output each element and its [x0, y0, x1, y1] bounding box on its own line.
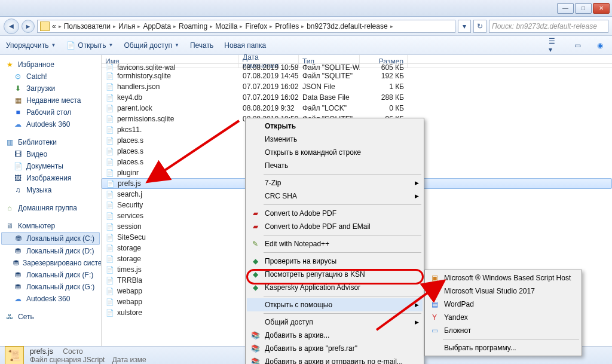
view-options-button[interactable]: ☰ ▾ — [549, 39, 561, 51]
sidebar-item-pictures[interactable]: 🖼Изображения — [0, 172, 101, 184]
sidebar-item-catch[interactable]: ⊙Catch! — [0, 71, 101, 82]
sidebar-item-drive-f[interactable]: ⛃Локальный диск (F:) — [0, 269, 101, 281]
sidebar-homegroup-head[interactable]: ⌂Домашняя группа — [0, 202, 101, 214]
file-name: key4.db — [117, 93, 142, 102]
minimize-button[interactable]: — — [557, 3, 574, 14]
file-row[interactable]: 📄favicons.sqlite-wal08.08.2019 10:58Файл… — [102, 63, 612, 71]
drive-icon: ⛃ — [13, 270, 23, 280]
file-name: pluginr — [117, 169, 139, 177]
sub-notepad[interactable]: ▭Блокнот — [426, 324, 580, 337]
autodesk-icon: ☁ — [13, 294, 23, 304]
bc-users[interactable]: Пользователи — [64, 22, 111, 30]
details-filename: prefs.js — [30, 347, 53, 356]
ctx-7zip[interactable]: 7-Zip▶ — [247, 176, 423, 189]
sidebar-item-autodesk[interactable]: ☁Autodesk 360 — [0, 118, 101, 130]
sidebar-item-documents[interactable]: 📄Документы — [0, 160, 101, 172]
sub-wsh[interactable]: ▣Microsoft ® Windows Based Script Host — [426, 271, 580, 285]
sidebar-item-downloads[interactable]: ⬇Загрузки — [0, 82, 101, 94]
ctx-rar2[interactable]: 📚Добавить в архив "prefs.rar" — [247, 342, 423, 355]
file-name: formhistory.sqlite — [117, 72, 171, 80]
file-size: 1 КБ — [360, 82, 408, 91]
sidebar-item-drive-g[interactable]: ⛃Локальный диск (G:) — [0, 281, 101, 293]
ctx-edit[interactable]: Изменить — [247, 133, 423, 146]
bc-firefox[interactable]: Firefox — [245, 22, 267, 30]
details-filetype: Файл сценария JScript — [30, 356, 105, 364]
preview-pane-button[interactable]: ▭ — [571, 39, 583, 51]
back-button[interactable]: ◄ — [4, 19, 19, 34]
details-date-label: Дата изме — [112, 356, 146, 364]
ctx-adobe2[interactable]: ▰Convert to Adobe PDF and EMail — [247, 220, 423, 233]
ctx-rar1[interactable]: 📚Добавить в архив... — [247, 329, 423, 342]
sub-vs[interactable]: ◈Microsoft Visual Studio 2017 — [426, 285, 580, 298]
open-with-submenu: ▣Microsoft ® Windows Based Script Host ◈… — [424, 270, 582, 356]
documents-icon: 📄 — [13, 161, 23, 171]
file-name: places.s — [117, 158, 143, 166]
file-size: 288 КБ — [360, 93, 408, 102]
sidebar-item-autodesk2[interactable]: ☁Autodesk 360 — [0, 293, 101, 305]
sidebar-network-head[interactable]: 🖧Сеть — [0, 311, 101, 323]
downloads-icon: ⬇ — [13, 84, 23, 93]
sub-yandex[interactable]: YYandex — [426, 311, 580, 324]
file-row[interactable]: 📄formhistory.sqlite07.08.2019 14:45Файл … — [102, 71, 612, 81]
sidebar-favorites-head[interactable]: ★Избранное — [0, 59, 101, 71]
close-button[interactable]: ✕ — [593, 3, 610, 14]
ctx-rar3[interactable]: 📚Добавить в архив и отправить по e-mail.… — [247, 355, 423, 364]
file-row[interactable]: 📄handlers.json07.07.2019 16:02JSON File1… — [102, 81, 612, 92]
organize-button[interactable]: Упорядочить▼ — [6, 41, 56, 50]
sidebar-libraries-head[interactable]: ▥Библиотеки — [0, 136, 101, 148]
breadcrumb[interactable]: «▸ Пользователи▸ Илья▸ AppData▸ Roaming▸… — [37, 20, 455, 33]
print-button[interactable]: Печать — [190, 41, 213, 50]
sub-choose[interactable]: Выбрать программу... — [426, 341, 580, 354]
sidebar-item-drive-c[interactable]: ⛃Локальный диск (C:) — [1, 232, 100, 245]
bc-roaming[interactable]: Roaming — [179, 22, 207, 30]
bc-mozilla[interactable]: Mozilla — [215, 22, 237, 30]
bc-root[interactable]: « — [52, 22, 56, 30]
catch-icon: ⊙ — [13, 72, 23, 81]
sidebar-item-drive-d[interactable]: ⛃Локальный диск (D:) — [0, 245, 101, 257]
file-row[interactable]: 📄key4.db07.07.2019 16:02Data Base File28… — [102, 92, 612, 103]
bc-user[interactable]: Илья — [118, 22, 135, 30]
ctx-open-with[interactable]: Открыть с помощью▶ — [247, 298, 423, 311]
ctx-print[interactable]: Печать — [247, 159, 423, 172]
file-date: 08.08.2019 10:58 — [239, 63, 299, 71]
ctx-npp[interactable]: ✎Edit with Notepad++ — [247, 237, 423, 250]
share-button[interactable]: Общий доступ▼ — [124, 41, 179, 50]
ctx-adobe1[interactable]: ▰Convert to Adobe PDF — [247, 207, 423, 220]
file-size: 605 КБ — [360, 63, 408, 71]
file-icon: 📄 — [105, 233, 115, 242]
file-name: favicons.sqlite-wal — [117, 63, 175, 71]
file-icon: 📄 — [105, 200, 115, 210]
help-button[interactable]: ◉ — [594, 39, 606, 51]
refresh-button[interactable]: ↻ — [473, 20, 486, 33]
bc-profiles[interactable]: Profiles — [275, 22, 299, 30]
ctx-crc[interactable]: CRC SHA▶ — [247, 189, 423, 203]
ctx-share[interactable]: Общий доступ▶ — [247, 316, 423, 329]
file-date: 07.07.2019 16:02 — [239, 82, 299, 91]
ctx-kav3[interactable]: ◆Kaspersky Application Advisor — [247, 281, 423, 294]
sidebar-item-videos[interactable]: 🎞Видео — [0, 148, 101, 160]
file-name: storage — [117, 255, 141, 263]
sub-wordpad[interactable]: ▤WordPad — [426, 298, 580, 311]
ctx-open[interactable]: Открыть — [247, 120, 423, 133]
forward-button[interactable]: ► — [22, 20, 35, 33]
open-button[interactable]: 📄Открыть▼ — [66, 41, 113, 50]
search-input[interactable]: Поиск: bn9273dz.default-release — [489, 20, 608, 33]
sidebar-item-reserved[interactable]: ⛃Зарезервировано системой — [0, 257, 101, 269]
file-name: places.s — [117, 136, 143, 145]
ctx-cmd[interactable]: Открыть в командной строке — [247, 146, 423, 159]
pictures-icon: 🖼 — [13, 173, 23, 183]
sidebar-computer-head[interactable]: 🖥Компьютер — [0, 220, 101, 232]
breadcrumb-dropdown-button[interactable]: ▾ — [458, 20, 471, 33]
bc-profile[interactable]: bn9273dz.default-release — [307, 22, 387, 30]
sidebar-item-recent[interactable]: ▦Недавние места — [0, 94, 101, 106]
new-folder-button[interactable]: Новая папка — [224, 41, 266, 50]
ctx-kav1[interactable]: ◆Проверить на вирусы — [247, 255, 423, 268]
bc-appdata[interactable]: AppData — [143, 22, 171, 30]
sidebar-item-music[interactable]: ♫Музыка — [0, 184, 101, 196]
file-row[interactable]: 📄parent.lock08.08.2019 9:32Файл "LOCK"0 … — [102, 103, 612, 114]
ctx-kav2[interactable]: ◆Посмотреть репутацию в KSN — [247, 268, 423, 281]
sidebar-item-desktop[interactable]: ■Рабочий стол — [0, 106, 101, 118]
maximize-button[interactable]: □ — [575, 3, 592, 14]
vs-icon: ◈ — [430, 286, 439, 296]
folder-icon — [40, 22, 50, 31]
